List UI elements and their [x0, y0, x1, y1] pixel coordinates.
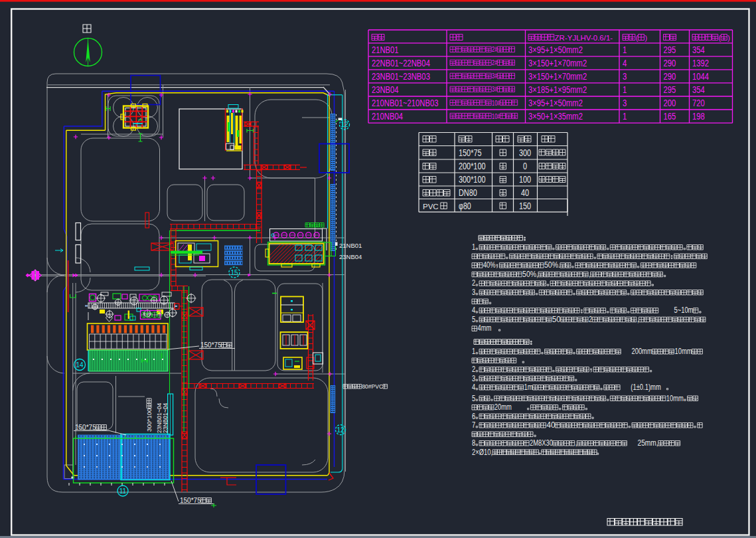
- svg-text:20mm: 20mm: [494, 402, 512, 412]
- svg-text:11: 11: [119, 488, 127, 495]
- svg-text:295: 295: [664, 44, 676, 55]
- svg-text:4: 4: [472, 382, 475, 392]
- svg-text:200mm: 200mm: [632, 346, 652, 356]
- svg-text:0: 0: [523, 161, 527, 171]
- svg-text:3: 3: [623, 97, 627, 108]
- svg-text:40%: 40%: [483, 260, 496, 270]
- svg-text:200*100: 200*100: [459, 161, 486, 171]
- svg-text:300*100: 300*100: [145, 408, 153, 432]
- svg-text:80#PVC: 80#PVC: [362, 383, 383, 390]
- svg-text:3×150+1×70mm2: 3×150+1×70mm2: [528, 70, 587, 82]
- svg-text:3×95+1×50mm2: 3×95+1×50mm2: [528, 44, 583, 55]
- svg-text:4mm: 4mm: [478, 323, 492, 333]
- svg-text:150*75: 150*75: [75, 424, 96, 431]
- svg-text:198: 198: [692, 110, 705, 122]
- svg-text:ZR-YJLHV-0.6/1-: ZR-YJLHV-0.6/1-: [555, 34, 613, 42]
- svg-text:5~10m: 5~10m: [674, 305, 694, 315]
- svg-text:21NB01: 21NB01: [372, 44, 399, 55]
- svg-text:150*75: 150*75: [200, 341, 222, 349]
- svg-text:3×50+1×35mm2: 3×50+1×35mm2: [528, 110, 583, 122]
- svg-text:PVC: PVC: [423, 203, 439, 211]
- svg-text:φ80: φ80: [459, 201, 471, 211]
- svg-text:210NB01~210NB03: 210NB01~210NB03: [372, 97, 438, 108]
- svg-text:10#: 10#: [492, 100, 500, 107]
- svg-text:50: 50: [552, 314, 561, 324]
- svg-text:1: 1: [472, 242, 475, 252]
- svg-text:3×185+1×95mm2: 3×185+1×95mm2: [528, 84, 587, 95]
- svg-text:4: 4: [623, 57, 627, 68]
- svg-text:1: 1: [472, 346, 475, 356]
- svg-text:720: 720: [692, 97, 705, 108]
- svg-text:50%,: 50%,: [522, 269, 538, 279]
- svg-text:40: 40: [546, 420, 555, 430]
- svg-text:12: 12: [340, 121, 348, 128]
- svg-text:165: 165: [664, 110, 676, 122]
- svg-text:25mm,: 25mm,: [638, 438, 658, 448]
- svg-text:1: 1: [623, 84, 627, 95]
- svg-text:10#: 10#: [492, 113, 500, 120]
- svg-text:23NB04: 23NB04: [339, 253, 362, 260]
- svg-text:): ): [727, 34, 730, 42]
- svg-text:100: 100: [519, 174, 531, 185]
- svg-text:21NB01: 21NB01: [339, 242, 362, 249]
- svg-text:3#: 3#: [492, 72, 498, 80]
- svg-text:3×95+1×50mm2: 3×95+1×50mm2: [528, 97, 583, 108]
- svg-text:(1±0.1)mm: (1±0.1)mm: [631, 382, 661, 392]
- svg-text:14: 14: [76, 361, 84, 369]
- svg-text:3: 3: [623, 70, 627, 82]
- svg-text:1: 1: [623, 110, 627, 122]
- svg-text:150*75: 150*75: [180, 497, 201, 504]
- svg-text:1: 1: [623, 44, 627, 55]
- svg-text:2#: 2#: [492, 59, 498, 66]
- svg-text:50%.: 50%.: [544, 260, 560, 270]
- svg-text:2#: 2#: [492, 46, 498, 53]
- svg-text:23NB01~04: 23NB01~04: [162, 403, 169, 433]
- svg-text:10mm: 10mm: [675, 346, 692, 356]
- svg-text:150: 150: [519, 201, 531, 211]
- svg-text:1m: 1m: [524, 382, 533, 392]
- svg-text:200: 200: [664, 97, 676, 108]
- svg-text:290: 290: [664, 57, 676, 68]
- svg-text:3#: 3#: [492, 86, 498, 93]
- svg-text:3: 3: [472, 287, 475, 297]
- svg-text:150*75: 150*75: [459, 147, 482, 158]
- svg-text:300: 300: [519, 147, 531, 158]
- svg-text:290: 290: [664, 70, 676, 82]
- svg-text:2: 2: [589, 314, 592, 324]
- svg-text:10mm: 10mm: [666, 393, 684, 403]
- svg-text:2×Ø10,: 2×Ø10,: [472, 447, 492, 457]
- svg-text:5: 5: [472, 393, 475, 403]
- svg-text:22NB01~22NB04: 22NB01~22NB04: [372, 57, 430, 68]
- svg-text:354: 354: [692, 44, 705, 55]
- svg-text:7: 7: [472, 420, 475, 430]
- svg-text:1044: 1044: [692, 70, 709, 82]
- svg-text:DN80: DN80: [459, 187, 477, 198]
- svg-text:354: 354: [692, 84, 705, 95]
- svg-text:40: 40: [521, 187, 529, 198]
- svg-text:12: 12: [337, 426, 344, 434]
- svg-text:23NB01~23NB03: 23NB01~23NB03: [372, 70, 430, 82]
- svg-text:15: 15: [230, 269, 238, 276]
- svg-text:5: 5: [472, 314, 475, 324]
- svg-text:2M8X30: 2M8X30: [530, 438, 553, 448]
- svg-text:295: 295: [664, 84, 676, 95]
- svg-text:1392: 1392: [692, 57, 709, 68]
- svg-text:23NB04: 23NB04: [372, 84, 399, 95]
- svg-text:): ): [644, 34, 647, 42]
- svg-text:300*100: 300*100: [459, 174, 486, 185]
- svg-text:3×150+1×70mm2: 3×150+1×70mm2: [528, 57, 587, 68]
- svg-text:210NB04: 210NB04: [372, 110, 403, 122]
